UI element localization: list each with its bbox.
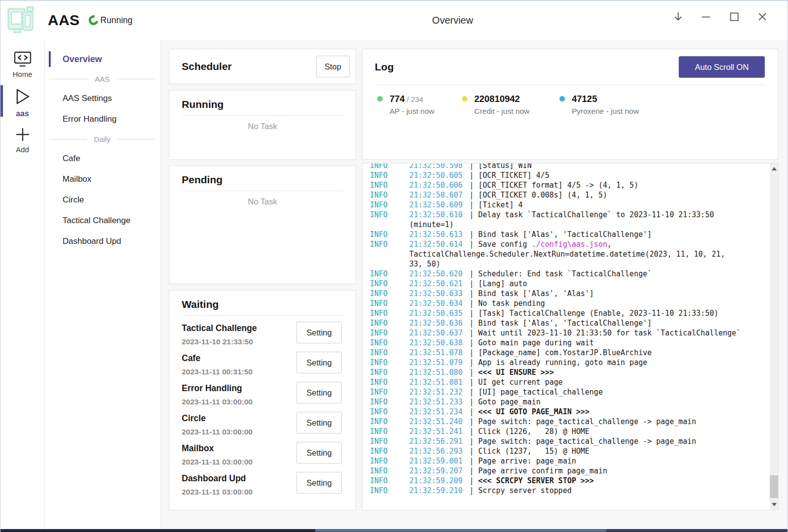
log-level: INFO bbox=[370, 190, 409, 200]
task-info: Circle2023-11-11 03:00:00 bbox=[182, 412, 253, 438]
scroll-down-button[interactable] bbox=[770, 500, 778, 509]
log-line: INFO21:32:51.241| Click (1226, 28) @ HOM… bbox=[370, 427, 766, 436]
log-separator: | bbox=[469, 476, 478, 485]
log-message: App is already running, goto main page bbox=[478, 358, 647, 367]
maximize-icon bbox=[728, 10, 741, 23]
divider bbox=[182, 115, 343, 116]
setting-button[interactable]: Setting bbox=[296, 352, 342, 373]
stat-value: 220810942 bbox=[474, 94, 520, 104]
log-card: Log Auto Scroll ON 774 / 234AP - just no… bbox=[362, 49, 779, 160]
divider-line bbox=[49, 139, 87, 139]
log-output-card[interactable]: INFO21:32:50.598| [Status] WININFO21:32:… bbox=[362, 163, 779, 510]
nav-item-dashboard-upd[interactable]: Dashboard Upd bbox=[45, 231, 160, 252]
nav-item-circle[interactable]: Circle bbox=[45, 190, 160, 210]
log-level: INFO bbox=[370, 476, 409, 486]
download-button[interactable] bbox=[672, 10, 685, 23]
log-message: Page arrive confirm page_main bbox=[478, 466, 607, 475]
setting-button[interactable]: Setting bbox=[296, 412, 342, 433]
page-title: Overview bbox=[432, 15, 473, 26]
running-spinner-icon bbox=[87, 13, 100, 27]
stat-item: 774 / 234AP - just now bbox=[377, 93, 462, 116]
log-level: INFO bbox=[370, 200, 409, 210]
close-button[interactable] bbox=[756, 10, 769, 23]
pending-empty-text: No Task bbox=[169, 196, 356, 207]
task-next-run: 2023-11-10 21:33:50 bbox=[182, 335, 257, 348]
log-level: INFO bbox=[370, 299, 409, 308]
log-separator: | bbox=[469, 437, 478, 446]
log-time: 21:32:51.232 bbox=[409, 387, 469, 397]
log-time: 21:32:51.080 bbox=[409, 367, 469, 377]
waiting-item: Tactical Challenge2023-11-10 21:33:50Set… bbox=[182, 322, 342, 348]
log-separator: | bbox=[469, 407, 478, 416]
log-message: Page switch: page_tactical_challenge -> … bbox=[478, 417, 696, 426]
log-level: INFO bbox=[370, 289, 409, 299]
scroll-up-button[interactable] bbox=[770, 165, 778, 173]
log-separator: | bbox=[469, 200, 478, 209]
log-message: <<< UI ENSURE >>> bbox=[478, 368, 554, 377]
log-level: INFO bbox=[370, 367, 409, 377]
log-message: Bind task ['Alas', 'TacticalChallenge'] bbox=[478, 319, 652, 328]
nav-item-error-handling[interactable]: Error Handling bbox=[45, 109, 160, 130]
stat-total: / 234 bbox=[405, 95, 424, 103]
scroll-up-icon bbox=[772, 167, 777, 170]
nav-item-aas-settings[interactable]: AAS Settings bbox=[45, 88, 160, 109]
play-icon bbox=[14, 87, 32, 106]
log-line: INFO21:32:50.621| [Lang] auto bbox=[370, 279, 766, 289]
log-time: 21:32:50.635 bbox=[409, 308, 469, 318]
log-message: Scrcpy server stopped bbox=[478, 486, 572, 495]
rail-item-home[interactable]: Home bbox=[0, 51, 44, 78]
close-icon bbox=[756, 10, 769, 23]
log-time: 21:32:51.079 bbox=[409, 358, 469, 367]
minimize-button[interactable] bbox=[700, 10, 713, 23]
nav-item-cafe[interactable]: Cafe bbox=[45, 148, 160, 169]
divider-line bbox=[117, 139, 155, 139]
status-text: Running bbox=[100, 15, 132, 26]
log-level: INFO bbox=[370, 417, 409, 427]
rail-item-add[interactable]: Add bbox=[0, 127, 44, 154]
app-name: AAS bbox=[48, 12, 80, 29]
log-time: 21:32:56.291 bbox=[409, 436, 469, 446]
log-message: Save config bbox=[478, 240, 531, 249]
minimize-icon bbox=[700, 10, 713, 23]
log-separator: | bbox=[469, 348, 478, 357]
log-message: <<< SCRCPY SERVER STOP >>> bbox=[478, 476, 594, 485]
nav-item-overview[interactable]: Overview bbox=[45, 49, 160, 69]
waiting-title: Waiting bbox=[182, 299, 343, 310]
waiting-item: Circle2023-11-11 03:00:00Setting bbox=[182, 412, 342, 438]
log-message: [OCR_TICKET format] 4/5 -> (4, 1, 5) bbox=[478, 181, 638, 190]
log-level: INFO bbox=[370, 377, 409, 387]
log-line: INFO21:32:50.637| Wait until 2023-11-10 … bbox=[370, 328, 766, 338]
nav-section-label: AAS bbox=[95, 75, 110, 83]
setting-button[interactable]: Setting bbox=[296, 382, 342, 403]
blue-dot-icon bbox=[559, 96, 565, 101]
log-message: [Lang] auto bbox=[478, 279, 527, 288]
setting-button[interactable]: Setting bbox=[296, 322, 342, 343]
task-name: Error Handling bbox=[182, 382, 253, 395]
log-line-wrap: (minute=1) bbox=[370, 220, 766, 230]
nav-item-mailbox[interactable]: Mailbox bbox=[45, 169, 160, 190]
maximize-button[interactable] bbox=[728, 10, 741, 23]
auto-scroll-button[interactable]: Auto Scroll ON bbox=[679, 56, 765, 78]
nav-item-tactical-challenge[interactable]: Tactical Challenge bbox=[45, 210, 160, 231]
scheduler-card: Scheduler Stop bbox=[169, 49, 356, 84]
nav-list: OverviewAASAAS SettingsError HandlingDai… bbox=[45, 49, 160, 252]
waiting-card: Waiting Tactical Challenge2023-11-10 21:… bbox=[169, 290, 356, 510]
task-name: Tactical Challenge bbox=[182, 322, 257, 335]
log-separator: | bbox=[469, 210, 478, 219]
scroll-thumb[interactable] bbox=[770, 475, 778, 498]
log-separator: | bbox=[469, 240, 478, 249]
setting-button[interactable]: Setting bbox=[296, 472, 342, 494]
right-column: Log Auto Scroll ON 774 / 234AP - just no… bbox=[362, 49, 779, 510]
log-level: INFO bbox=[370, 170, 409, 180]
task-next-run: 2023-11-11 03:00:00 bbox=[182, 485, 253, 499]
setting-button[interactable]: Setting bbox=[296, 442, 342, 464]
log-time: 21:32:51.081 bbox=[409, 377, 469, 387]
stop-button[interactable]: Stop bbox=[316, 56, 350, 77]
scheduler-title: Scheduler bbox=[182, 61, 316, 72]
log-scrollbar[interactable] bbox=[770, 164, 778, 510]
pending-card: Pending No Task bbox=[169, 166, 356, 284]
log-message: Scheduler: End task `TacticalChallenge` bbox=[478, 269, 652, 278]
log-separator: | bbox=[469, 358, 478, 367]
rail-item-aas[interactable]: aas bbox=[0, 87, 44, 118]
task-next-run: 2023-11-11 00:31:50 bbox=[182, 365, 253, 378]
